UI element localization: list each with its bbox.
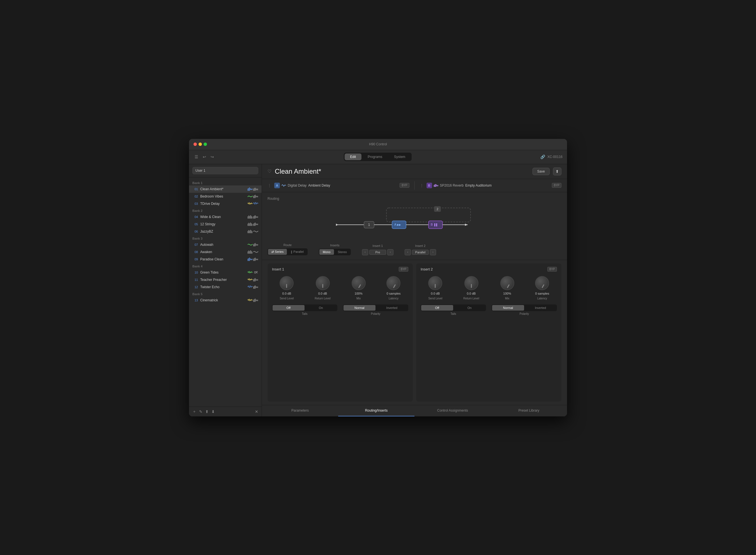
- insert1-panel: Insert 1 BYP 0.0 dB Send Level 0.0 dB Re…: [268, 263, 413, 401]
- insert1-next-btn[interactable]: ›: [387, 249, 393, 255]
- svg-rect-83: [255, 285, 255, 289]
- delete-icon[interactable]: ✕: [255, 410, 258, 414]
- insert2-tails-off[interactable]: Off: [421, 305, 453, 311]
- edit-icon[interactable]: ✎: [199, 410, 202, 414]
- list-item-08[interactable]: 08 Awaken: [189, 248, 262, 256]
- list-item-05[interactable]: 05 12 Stringy: [189, 220, 262, 228]
- inserts-mono-btn[interactable]: Mono: [319, 249, 334, 255]
- menu-button[interactable]: ☰: [193, 154, 199, 160]
- insert2-polarity-inverted[interactable]: Inverted: [525, 305, 557, 311]
- insert1-tails-on[interactable]: On: [305, 305, 337, 311]
- list-item-11[interactable]: 11 Teacher Preacher: [189, 276, 262, 284]
- user-select[interactable]: User 1: [192, 167, 258, 174]
- svg-rect-85: [256, 287, 257, 288]
- insert2-latency-knob[interactable]: [535, 276, 549, 290]
- tab-system[interactable]: System: [388, 154, 411, 160]
- list-item-01[interactable]: 01 Clean Ambient*: [189, 185, 262, 193]
- maximize-traffic-light[interactable]: [203, 142, 207, 146]
- list-item-04[interactable]: 04 Wide & Clean: [189, 213, 262, 220]
- export-icon[interactable]: ⬇: [211, 410, 215, 414]
- list-item-09[interactable]: 09 Paradise Clean: [189, 256, 262, 263]
- redo-button[interactable]: ↪: [209, 154, 215, 160]
- svg-rect-4: [251, 189, 251, 190]
- svg-text:2: 2: [437, 207, 438, 211]
- tab-preset-library[interactable]: Preset Library: [491, 405, 567, 416]
- item-icons-02: [248, 195, 258, 198]
- slot-b: B SP2016 Reverb Empty Auditorium: [427, 183, 549, 188]
- svg-rect-75: [253, 279, 254, 282]
- list-item-10[interactable]: 10 Green Tides: [189, 269, 262, 276]
- insert1-nav-control: Insert 1 ‹ Pre ›: [362, 244, 393, 255]
- inserts-stereo-btn[interactable]: Stereo: [335, 249, 350, 255]
- slot-a: A Digital Delay Ambient Delay: [274, 183, 397, 188]
- export-button[interactable]: ⬆: [553, 168, 561, 175]
- list-item-06[interactable]: 06 JazzyBZ: [189, 228, 262, 235]
- insert2-mix-value: 100%: [503, 292, 511, 295]
- insert2-polarity-normal[interactable]: Normal: [492, 305, 524, 311]
- insert1-polarity-inverted[interactable]: Inverted: [376, 305, 408, 311]
- insert1-polarity-group: Normal Inverted Polarity: [343, 304, 408, 315]
- import-icon[interactable]: ⬆: [205, 410, 208, 414]
- insert1-prev-btn[interactable]: ‹: [362, 249, 368, 255]
- insert2-mix-knob[interactable]: [500, 276, 514, 290]
- tab-programs[interactable]: Programs: [362, 154, 388, 160]
- svg-rect-24: [253, 216, 254, 219]
- list-item-03[interactable]: 03 TDrive Delay: [189, 200, 262, 207]
- slot-a-menu[interactable]: ⋮: [268, 183, 272, 188]
- insert2-prev-btn[interactable]: ‹: [405, 249, 411, 255]
- item-name-02: Bedroom Vibes: [200, 195, 245, 198]
- svg-rect-99: [386, 208, 471, 222]
- route-parallel-btn[interactable]: ‖ Parallel: [287, 249, 307, 255]
- svg-rect-43: [248, 230, 249, 233]
- tab-control-assignments[interactable]: Control Assignments: [415, 405, 491, 416]
- tab-edit[interactable]: Edit: [345, 154, 362, 160]
- insert2-tails-on[interactable]: On: [454, 305, 486, 311]
- bank-3-label: Bank 3: [189, 235, 262, 241]
- svg-rect-27: [256, 216, 256, 218]
- insert2-value: Parallel: [412, 250, 429, 255]
- svg-rect-64: [251, 259, 251, 260]
- insert2-mix-knob-group: 100% Mix: [500, 276, 514, 300]
- insert1-tails-buttons: Off On: [272, 304, 337, 311]
- insert1-return-knob[interactable]: [316, 276, 330, 290]
- list-item-07[interactable]: 07 Autowah: [189, 241, 262, 248]
- svg-rect-10: [256, 189, 257, 190]
- insert1-polarity-normal[interactable]: Normal: [343, 305, 375, 311]
- add-icon[interactable]: ＋: [192, 409, 196, 414]
- effect-chain: ⋮ A Digital Delay Ambient Delay BYP ⋮ B …: [262, 179, 567, 192]
- insert1-send-name: Send Level: [280, 297, 294, 300]
- item-name-13: Cinematrick: [200, 298, 245, 302]
- insert1-mix-knob[interactable]: [351, 276, 366, 290]
- insert1-tails-group: Off On Tails: [272, 304, 337, 315]
- tab-routing-inserts[interactable]: Routing/Inserts: [338, 405, 415, 416]
- minimize-traffic-light[interactable]: [198, 142, 202, 146]
- svg-rect-5: [252, 188, 252, 190]
- list-item-13[interactable]: 13 Cinematrick: [189, 297, 262, 304]
- insert1-send-knob[interactable]: [280, 276, 294, 290]
- insert1-byp[interactable]: BYP: [399, 267, 408, 271]
- slot-a-badge: A: [274, 183, 280, 188]
- main-tab-group: Edit Programs System: [344, 153, 412, 161]
- insert2-send-knob[interactable]: [428, 276, 442, 290]
- close-traffic-light[interactable]: [193, 142, 197, 146]
- insert1-mix-name: Mix: [357, 297, 361, 300]
- svg-rect-98: [438, 185, 438, 186]
- save-button[interactable]: Save: [532, 168, 550, 175]
- insert1-latency-knob[interactable]: [386, 276, 400, 290]
- svg-rect-55: [248, 251, 249, 254]
- insert1-tails-off[interactable]: Off: [273, 305, 304, 311]
- slot-a-byp[interactable]: BYP: [399, 183, 409, 188]
- route-series-btn[interactable]: ⇄ Series: [268, 249, 287, 255]
- tab-parameters[interactable]: Parameters: [262, 405, 338, 416]
- list-item-02[interactable]: 02 Bedroom Vibes: [189, 193, 262, 200]
- undo-button[interactable]: ↩: [202, 154, 207, 160]
- insert2-next-btn[interactable]: ›: [430, 249, 436, 255]
- toolbar-right: 🔗 XC-00116: [540, 155, 563, 159]
- list-item-12[interactable]: 12 Twister Echo: [189, 284, 262, 291]
- slot-b-menu[interactable]: ⋮: [420, 183, 424, 188]
- slot-b-byp[interactable]: BYP: [552, 183, 561, 188]
- favorite-icon[interactable]: ♡: [268, 169, 272, 174]
- insert2-byp[interactable]: BYP: [548, 267, 557, 271]
- item-icons-12: [248, 285, 258, 289]
- insert2-return-knob[interactable]: [464, 276, 478, 290]
